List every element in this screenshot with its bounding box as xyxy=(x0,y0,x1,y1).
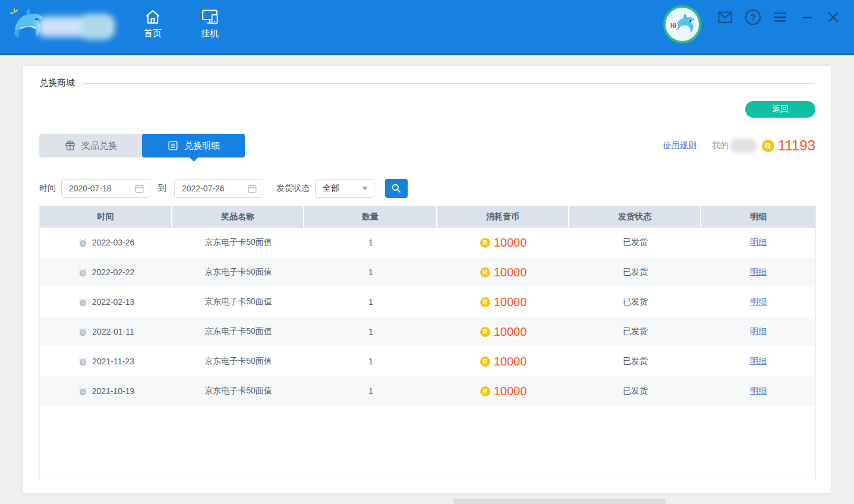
monitor-phone-icon xyxy=(200,8,219,26)
detail-link[interactable]: 明细 xyxy=(750,326,767,337)
table-row: 2022-03-26 京东电子卡50面值 1 R 10000 已发货 明细 xyxy=(40,228,815,257)
nav-home-label: 首页 xyxy=(144,28,162,39)
home-icon xyxy=(143,8,162,26)
menu-icon[interactable] xyxy=(772,10,789,25)
coin-icon: R xyxy=(762,140,774,152)
cell-detail: 明细 xyxy=(701,346,815,376)
clock-icon xyxy=(78,297,88,307)
usage-rules-link[interactable]: 使用规则 xyxy=(663,140,697,151)
detail-link[interactable]: 明细 xyxy=(750,386,767,396)
clock-icon xyxy=(78,327,88,337)
section-header: 兑换商城 xyxy=(39,77,815,89)
cell-time: 2021-10-19 xyxy=(40,376,172,406)
cell-qty: 1 xyxy=(304,376,437,406)
minimize-icon[interactable] xyxy=(800,10,814,24)
cell-detail: 明细 xyxy=(701,376,815,406)
balance-bar: 使用规则 我的 R 11193 xyxy=(663,136,815,155)
cell-prize: 京东电子卡50面值 xyxy=(172,228,304,257)
blurred-app-name-2 xyxy=(82,14,111,39)
table-row: 2022-02-13 京东电子卡50面值 1 R 10000 已发货 明细 xyxy=(40,287,815,317)
content-panel: 兑换商城 返回 奖品兑换 兑换明细 使用规则 xyxy=(23,65,831,494)
main-nav: 首页 挂机 xyxy=(134,8,228,39)
cell-cost: R 10000 xyxy=(437,376,569,406)
exchange-table: 时间 奖品名称 数量 消耗音币 发货状态 明细 2022-03-26 京东电子卡… xyxy=(39,206,816,480)
mail-icon[interactable] xyxy=(716,10,734,24)
nav-item-idle[interactable]: 挂机 xyxy=(191,8,228,39)
cell-cost: R 10000 xyxy=(437,228,569,257)
clock-icon xyxy=(78,267,88,278)
cell-status: 已发货 xyxy=(569,317,701,346)
cell-detail: 明细 xyxy=(701,257,815,287)
cell-cost: R 10000 xyxy=(437,346,569,376)
calendar-icon[interactable] xyxy=(247,184,257,194)
clock-icon xyxy=(78,386,88,396)
detail-link[interactable]: 明细 xyxy=(750,237,767,248)
status-select[interactable]: 全部 xyxy=(315,179,374,198)
date-to-input[interactable] xyxy=(175,183,241,194)
horizontal-scrollbar-thumb[interactable] xyxy=(453,499,666,504)
date-from-input[interactable] xyxy=(62,183,128,194)
detail-link[interactable]: 明细 xyxy=(750,297,767,307)
cell-cost: R 10000 xyxy=(437,317,569,346)
coin-icon: R xyxy=(480,327,490,337)
blurred-username xyxy=(730,138,757,153)
chevron-down-icon xyxy=(362,187,368,193)
search-button[interactable] xyxy=(385,179,408,198)
cell-status: 已发货 xyxy=(569,228,701,257)
titlebar: 首页 挂机 Hi ? xyxy=(0,0,854,55)
to-label: 到 xyxy=(158,183,166,194)
date-from-box xyxy=(61,179,150,198)
sparkle-icon xyxy=(10,8,19,17)
app-logo xyxy=(10,6,137,48)
cell-prize: 京东电子卡50面值 xyxy=(172,346,304,376)
cell-prize: 京东电子卡50面值 xyxy=(172,257,304,287)
cell-qty: 1 xyxy=(304,257,437,287)
search-icon xyxy=(390,182,402,194)
gift-icon xyxy=(64,140,76,152)
window-controls: ? xyxy=(716,10,841,25)
status-select-value: 全部 xyxy=(316,183,339,194)
column-header-qty: 数量 xyxy=(304,206,437,228)
coin-icon: R xyxy=(480,357,490,367)
help-icon[interactable]: ? xyxy=(745,10,761,25)
clock-icon xyxy=(78,357,88,367)
filter-bar: 时间 到 发货状态 全部 xyxy=(39,179,408,198)
cell-prize: 京东电子卡50面值 xyxy=(172,376,304,406)
coin-icon: R xyxy=(480,386,490,396)
tab-prize-exchange[interactable]: 奖品兑换 xyxy=(39,134,142,158)
cell-time: 2022-02-13 xyxy=(40,287,172,317)
cell-detail: 明细 xyxy=(701,317,815,346)
clock-icon xyxy=(78,238,88,248)
date-to-box xyxy=(174,179,263,198)
status-filter-label: 发货状态 xyxy=(276,183,310,194)
cell-detail: 明细 xyxy=(701,228,815,257)
tab-exchange-details-label: 兑换明细 xyxy=(184,140,220,152)
calendar-icon[interactable] xyxy=(134,184,144,194)
column-header-status: 发货状态 xyxy=(569,206,701,228)
close-icon[interactable] xyxy=(825,10,841,25)
cell-time: 2021-11-23 xyxy=(40,346,172,376)
page-title: 兑换商城 xyxy=(39,77,75,89)
cell-status: 已发货 xyxy=(569,257,701,287)
coin-icon: R xyxy=(480,238,490,248)
back-button[interactable]: 返回 xyxy=(745,101,815,118)
cell-time: 2022-01-11 xyxy=(40,317,172,346)
detail-link[interactable]: 明细 xyxy=(750,356,767,367)
tab-exchange-details[interactable]: 兑换明细 xyxy=(142,134,245,158)
cell-time: 2022-03-26 xyxy=(40,228,172,257)
title-divider xyxy=(83,83,815,84)
cell-qty: 1 xyxy=(304,317,437,346)
avatar-hi-bubble: Hi xyxy=(669,22,678,30)
tab-prize-exchange-label: 奖品兑换 xyxy=(81,140,117,152)
user-avatar[interactable]: Hi xyxy=(663,5,701,43)
column-header-detail: 明细 xyxy=(701,206,815,228)
nav-item-home[interactable]: 首页 xyxy=(134,8,171,39)
table-row: 2021-10-19 京东电子卡50面值 1 R 10000 已发货 明细 xyxy=(40,376,815,406)
time-filter-label: 时间 xyxy=(39,183,56,194)
balance-prefix: 我的 xyxy=(712,140,729,151)
cell-cost: R 10000 xyxy=(437,287,569,317)
table-row: 2022-02-22 京东电子卡50面值 1 R 10000 已发货 明细 xyxy=(40,257,815,287)
cell-status: 已发货 xyxy=(569,346,701,376)
detail-link[interactable]: 明细 xyxy=(750,267,767,278)
nav-idle-label: 挂机 xyxy=(201,28,219,39)
